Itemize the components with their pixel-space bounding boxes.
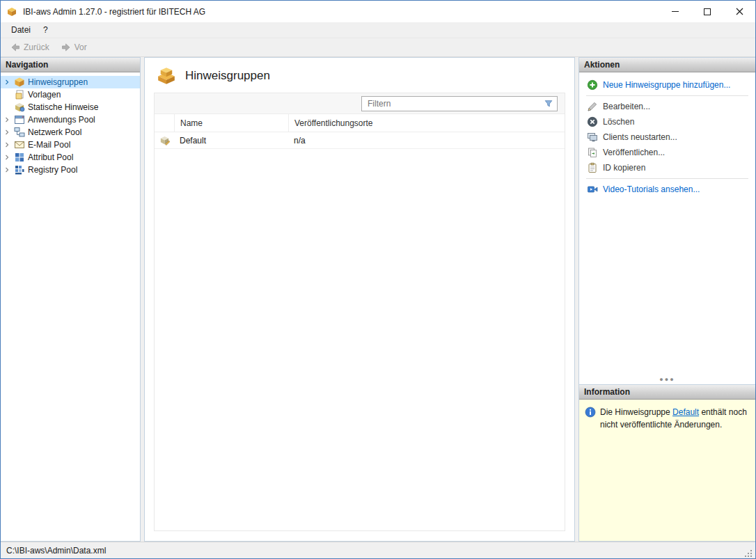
information-panel: Information Die Hinweisgruppe Default en… <box>578 385 755 542</box>
action-video-tutorials[interactable]: Video-Tutorials ansehen... <box>579 182 755 197</box>
close-icon <box>736 8 743 15</box>
action-add-notice-group[interactable]: Neue Hinweisgruppe hinzufügen... <box>579 77 755 93</box>
action-label: Video-Tutorials ansehen... <box>603 184 700 194</box>
chevron-right-icon[interactable] <box>3 142 11 148</box>
notice-groups-icon <box>14 77 25 88</box>
column-header-icon[interactable] <box>155 114 174 132</box>
minimize-button[interactable] <box>659 1 691 22</box>
static-notices-icon <box>14 102 25 113</box>
nav-item-registry-pool[interactable]: Registry Pool <box>1 164 140 176</box>
chevron-right-icon[interactable] <box>3 167 11 173</box>
nav-item-email-pool[interactable]: E-Mail Pool <box>1 139 140 151</box>
back-arrow-icon <box>10 42 21 53</box>
column-header-name[interactable]: Name <box>174 114 288 132</box>
action-copy-id[interactable]: ID kopieren <box>579 160 755 175</box>
publish-icon <box>587 147 598 158</box>
information-text: Die Hinweisgruppe Default enthält noch n… <box>600 406 750 431</box>
action-label: ID kopieren <box>603 163 645 173</box>
actions-separator <box>586 95 748 96</box>
close-button[interactable] <box>723 1 755 22</box>
copy-id-icon <box>587 162 598 173</box>
nav-item-netzwerk-pool[interactable]: Netzwerk Pool <box>1 126 140 139</box>
navigation-panel: Navigation Hinweisgruppen Vorlagen Stati… <box>1 57 141 542</box>
edit-icon <box>587 101 598 112</box>
delete-icon <box>587 116 598 127</box>
filter-funnel-icon[interactable] <box>544 99 553 109</box>
nav-item-statische-hinweise[interactable]: Statische Hinweise <box>1 101 140 113</box>
nav-item-attribut-pool[interactable]: Attribut Pool <box>1 151 140 164</box>
filter-input[interactable] <box>363 99 544 109</box>
chevron-right-icon[interactable] <box>3 155 11 160</box>
video-icon <box>587 184 598 195</box>
action-publish[interactable]: Veröffentlichen... <box>579 145 755 160</box>
maximize-button[interactable] <box>691 1 723 22</box>
nav-item-vorlagen[interactable]: Vorlagen <box>1 88 140 101</box>
navigation-tree: Hinweisgruppen Vorlagen Statische Hinwei… <box>1 72 140 176</box>
actions-panel: Aktionen Neue Hinweisgruppe hinzufügen..… <box>578 57 755 385</box>
window-title: IBI-aws Admin 1.27.0 - registriert für I… <box>23 7 205 17</box>
nav-item-label: Attribut Pool <box>28 152 73 162</box>
column-header-veroeffentlichungsorte[interactable]: Veröffentlichungsorte <box>288 114 565 132</box>
registry-pool-icon <box>14 164 25 175</box>
row-veroeffentlichungsorte-cell: n/a <box>288 132 565 148</box>
toolbar: Zurück Vor <box>1 38 755 57</box>
actions-separator <box>586 178 748 179</box>
action-edit[interactable]: Bearbeiten... <box>579 99 755 114</box>
actions-list: Neue Hinweisgruppe hinzufügen... Bearbei… <box>579 72 755 197</box>
back-button[interactable]: Zurück <box>5 40 54 55</box>
action-delete[interactable]: Löschen <box>579 114 755 129</box>
window-controls <box>659 1 755 22</box>
nav-item-label: Anwendungs Pool <box>28 115 95 125</box>
table-row[interactable]: Default n/a <box>155 132 565 149</box>
notice-groups-icon <box>156 67 177 85</box>
resize-grip[interactable] <box>743 549 753 558</box>
info-default-link[interactable]: Default <box>672 407 699 417</box>
main-panel: Hinweisgruppen Name Veröffentlichungsort… <box>144 57 575 542</box>
back-button-label: Zurück <box>24 42 49 52</box>
information-header: Information <box>579 385 755 400</box>
add-icon <box>587 79 598 90</box>
network-pool-icon <box>14 127 25 138</box>
right-column: Aktionen Neue Hinweisgruppe hinzufügen..… <box>578 57 755 542</box>
notice-groups-list: Name Veröffentlichungsorte Default n/a <box>154 93 565 531</box>
forward-button-label: Vor <box>74 42 87 52</box>
nav-item-label: Hinweisgruppen <box>28 77 88 87</box>
nav-item-label: Registry Pool <box>28 165 77 175</box>
app-window: IBI-aws Admin 1.27.0 - registriert für I… <box>0 0 756 559</box>
nav-item-anwendungs-pool[interactable]: Anwendungs Pool <box>1 113 140 126</box>
filter-row <box>155 93 565 114</box>
action-label: Bearbeiten... <box>603 102 650 111</box>
nav-item-label: Netzwerk Pool <box>28 127 81 137</box>
content-area: Navigation Hinweisgruppen Vorlagen Stati… <box>1 57 755 542</box>
menu-help[interactable]: ? <box>37 23 54 37</box>
filter-box <box>361 96 558 111</box>
chevron-right-icon[interactable] <box>3 117 11 123</box>
notice-group-icon <box>159 135 170 145</box>
row-name-cell: Default <box>174 132 288 148</box>
action-restart-clients[interactable]: Clients neustarten... <box>579 129 755 145</box>
app-icon <box>6 6 19 18</box>
templates-icon <box>14 89 25 100</box>
nav-item-label: Statische Hinweise <box>28 102 98 112</box>
information-body: Die Hinweisgruppe Default enthält noch n… <box>579 400 755 541</box>
actions-header: Aktionen <box>579 58 755 72</box>
main-header: Hinweisgruppen <box>145 58 574 93</box>
restart-clients-icon <box>587 132 598 143</box>
info-icon <box>585 407 596 418</box>
chevron-right-icon[interactable] <box>3 79 11 85</box>
chevron-right-icon[interactable] <box>3 129 11 135</box>
row-icon-cell <box>155 132 174 148</box>
action-label: Neue Hinweisgruppe hinzufügen... <box>603 80 730 90</box>
table-header: Name Veröffentlichungsorte <box>155 114 565 132</box>
application-pool-icon <box>14 114 25 125</box>
panel-splitter-handle[interactable]: ●●● <box>579 376 755 384</box>
forward-arrow-icon <box>61 42 72 53</box>
page-title: Hinweisgruppen <box>185 69 270 83</box>
menubar: Datei ? <box>1 22 755 38</box>
forward-button[interactable]: Vor <box>56 40 92 55</box>
nav-item-hinweisgruppen[interactable]: Hinweisgruppen <box>1 76 140 88</box>
menu-datei[interactable]: Datei <box>5 23 37 37</box>
action-label: Clients neustarten... <box>603 132 677 142</box>
nav-item-label: Vorlagen <box>28 90 61 100</box>
maximize-icon <box>704 8 711 15</box>
